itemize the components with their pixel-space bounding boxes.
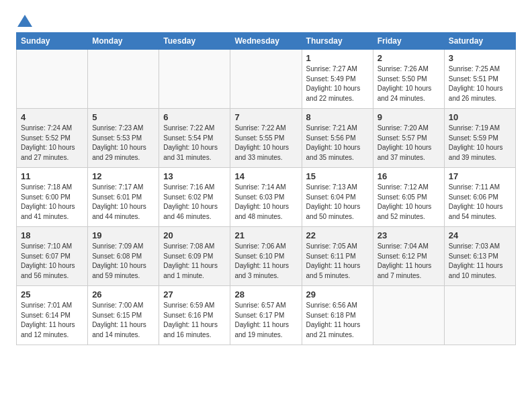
calendar-cell: 15Sunrise: 7:13 AM Sunset: 6:04 PM Dayli… bbox=[302, 168, 373, 227]
day-number: 3 bbox=[449, 53, 511, 63]
calendar-cell: 23Sunrise: 7:04 AM Sunset: 6:12 PM Dayli… bbox=[373, 227, 444, 286]
day-info: Sunrise: 6:56 AM Sunset: 6:18 PM Dayligh… bbox=[306, 301, 369, 340]
day-number: 11 bbox=[21, 171, 83, 181]
day-number: 2 bbox=[378, 53, 440, 63]
day-info: Sunrise: 7:01 AM Sunset: 6:14 PM Dayligh… bbox=[21, 301, 83, 340]
calendar-cell bbox=[17, 50, 88, 109]
day-info: Sunrise: 7:24 AM Sunset: 5:52 PM Dayligh… bbox=[21, 124, 83, 163]
day-number: 17 bbox=[449, 171, 511, 181]
day-number: 23 bbox=[378, 230, 440, 240]
svg-marker-0 bbox=[17, 15, 32, 27]
day-number: 25 bbox=[21, 289, 83, 300]
day-number: 27 bbox=[163, 289, 226, 300]
day-info: Sunrise: 7:25 AM Sunset: 5:51 PM Dayligh… bbox=[449, 64, 511, 103]
calendar-cell: 8Sunrise: 7:21 AM Sunset: 5:56 PM Daylig… bbox=[302, 109, 373, 168]
calendar-cell: 29Sunrise: 6:56 AM Sunset: 6:18 PM Dayli… bbox=[302, 286, 373, 345]
day-number: 14 bbox=[234, 171, 297, 181]
day-info: Sunrise: 7:00 AM Sunset: 6:15 PM Dayligh… bbox=[92, 301, 154, 340]
day-number: 10 bbox=[449, 112, 511, 122]
day-info: Sunrise: 7:04 AM Sunset: 6:12 PM Dayligh… bbox=[378, 242, 440, 281]
calendar-cell: 16Sunrise: 7:12 AM Sunset: 6:05 PM Dayli… bbox=[373, 168, 444, 227]
calendar-cell bbox=[373, 286, 444, 345]
day-info: Sunrise: 7:14 AM Sunset: 6:03 PM Dayligh… bbox=[234, 183, 297, 222]
day-number: 7 bbox=[234, 112, 297, 122]
day-number: 19 bbox=[92, 230, 154, 240]
day-info: Sunrise: 7:11 AM Sunset: 6:06 PM Dayligh… bbox=[449, 183, 511, 222]
day-number: 26 bbox=[92, 289, 154, 300]
calendar-table: SundayMondayTuesdayWednesdayThursdayFrid… bbox=[16, 32, 516, 345]
day-info: Sunrise: 7:05 AM Sunset: 6:11 PM Dayligh… bbox=[306, 242, 369, 281]
day-info: Sunrise: 7:10 AM Sunset: 6:07 PM Dayligh… bbox=[21, 242, 83, 281]
calendar-cell: 18Sunrise: 7:10 AM Sunset: 6:07 PM Dayli… bbox=[17, 227, 88, 286]
day-info: Sunrise: 6:57 AM Sunset: 6:17 PM Dayligh… bbox=[234, 301, 297, 340]
day-info: Sunrise: 7:20 AM Sunset: 5:57 PM Dayligh… bbox=[378, 124, 440, 163]
calendar-cell: 27Sunrise: 6:59 AM Sunset: 6:16 PM Dayli… bbox=[159, 286, 230, 345]
calendar-cell: 13Sunrise: 7:16 AM Sunset: 6:02 PM Dayli… bbox=[159, 168, 230, 227]
day-info: Sunrise: 7:23 AM Sunset: 5:53 PM Dayligh… bbox=[92, 124, 154, 163]
calendar-cell: 25Sunrise: 7:01 AM Sunset: 6:14 PM Dayli… bbox=[17, 286, 88, 345]
col-header-saturday: Saturday bbox=[444, 33, 515, 50]
day-number: 12 bbox=[92, 171, 154, 181]
calendar-cell: 5Sunrise: 7:23 AM Sunset: 5:53 PM Daylig… bbox=[88, 109, 159, 168]
day-number: 20 bbox=[163, 230, 226, 240]
day-info: Sunrise: 7:22 AM Sunset: 5:55 PM Dayligh… bbox=[234, 124, 297, 163]
day-number: 13 bbox=[163, 171, 226, 181]
page-header bbox=[16, 13, 516, 27]
day-info: Sunrise: 7:13 AM Sunset: 6:04 PM Dayligh… bbox=[306, 183, 369, 222]
logo bbox=[16, 16, 32, 27]
day-number: 9 bbox=[378, 112, 440, 122]
day-number: 1 bbox=[306, 53, 369, 63]
day-info: Sunrise: 7:22 AM Sunset: 5:54 PM Dayligh… bbox=[163, 124, 226, 163]
day-number: 21 bbox=[234, 230, 297, 240]
calendar-cell: 11Sunrise: 7:18 AM Sunset: 6:00 PM Dayli… bbox=[17, 168, 88, 227]
calendar-cell bbox=[444, 286, 515, 345]
day-info: Sunrise: 7:12 AM Sunset: 6:05 PM Dayligh… bbox=[378, 183, 440, 222]
day-info: Sunrise: 7:08 AM Sunset: 6:09 PM Dayligh… bbox=[163, 242, 226, 281]
calendar-cell: 21Sunrise: 7:06 AM Sunset: 6:10 PM Dayli… bbox=[230, 227, 302, 286]
calendar-cell: 24Sunrise: 7:03 AM Sunset: 6:13 PM Dayli… bbox=[444, 227, 515, 286]
logo-icon bbox=[17, 15, 32, 27]
header-row: SundayMondayTuesdayWednesdayThursdayFrid… bbox=[17, 33, 516, 50]
day-number: 18 bbox=[21, 230, 83, 240]
calendar-cell: 19Sunrise: 7:09 AM Sunset: 6:08 PM Dayli… bbox=[88, 227, 159, 286]
day-number: 28 bbox=[234, 289, 297, 300]
calendar-cell: 7Sunrise: 7:22 AM Sunset: 5:55 PM Daylig… bbox=[230, 109, 302, 168]
col-header-wednesday: Wednesday bbox=[230, 33, 302, 50]
col-header-sunday: Sunday bbox=[17, 33, 88, 50]
calendar-cell: 9Sunrise: 7:20 AM Sunset: 5:57 PM Daylig… bbox=[373, 109, 444, 168]
calendar-cell: 28Sunrise: 6:57 AM Sunset: 6:17 PM Dayli… bbox=[230, 286, 302, 345]
day-info: Sunrise: 7:09 AM Sunset: 6:08 PM Dayligh… bbox=[92, 242, 154, 281]
calendar-cell: 20Sunrise: 7:08 AM Sunset: 6:09 PM Dayli… bbox=[159, 227, 230, 286]
day-info: Sunrise: 6:59 AM Sunset: 6:16 PM Dayligh… bbox=[163, 301, 226, 340]
day-number: 22 bbox=[306, 230, 369, 240]
col-header-monday: Monday bbox=[88, 33, 159, 50]
col-header-friday: Friday bbox=[373, 33, 444, 50]
calendar-cell: 22Sunrise: 7:05 AM Sunset: 6:11 PM Dayli… bbox=[302, 227, 373, 286]
calendar-cell: 10Sunrise: 7:19 AM Sunset: 5:59 PM Dayli… bbox=[444, 109, 515, 168]
calendar-cell: 26Sunrise: 7:00 AM Sunset: 6:15 PM Dayli… bbox=[88, 286, 159, 345]
calendar-cell bbox=[159, 50, 230, 109]
calendar-cell: 12Sunrise: 7:17 AM Sunset: 6:01 PM Dayli… bbox=[88, 168, 159, 227]
calendar-cell bbox=[88, 50, 159, 109]
day-number: 5 bbox=[92, 112, 154, 122]
calendar-cell: 2Sunrise: 7:26 AM Sunset: 5:50 PM Daylig… bbox=[373, 50, 444, 109]
calendar-cell: 14Sunrise: 7:14 AM Sunset: 6:03 PM Dayli… bbox=[230, 168, 302, 227]
day-number: 16 bbox=[378, 171, 440, 181]
day-info: Sunrise: 7:19 AM Sunset: 5:59 PM Dayligh… bbox=[449, 124, 511, 163]
calendar-cell: 17Sunrise: 7:11 AM Sunset: 6:06 PM Dayli… bbox=[444, 168, 515, 227]
day-number: 15 bbox=[306, 171, 369, 181]
day-info: Sunrise: 7:03 AM Sunset: 6:13 PM Dayligh… bbox=[449, 242, 511, 281]
day-info: Sunrise: 7:26 AM Sunset: 5:50 PM Dayligh… bbox=[378, 64, 440, 103]
day-info: Sunrise: 7:27 AM Sunset: 5:49 PM Dayligh… bbox=[306, 64, 369, 103]
day-info: Sunrise: 7:06 AM Sunset: 6:10 PM Dayligh… bbox=[234, 242, 297, 281]
calendar-cell: 6Sunrise: 7:22 AM Sunset: 5:54 PM Daylig… bbox=[159, 109, 230, 168]
day-info: Sunrise: 7:18 AM Sunset: 6:00 PM Dayligh… bbox=[21, 183, 83, 222]
calendar-cell bbox=[230, 50, 302, 109]
col-header-tuesday: Tuesday bbox=[159, 33, 230, 50]
calendar-cell: 1Sunrise: 7:27 AM Sunset: 5:49 PM Daylig… bbox=[302, 50, 373, 109]
calendar-cell: 4Sunrise: 7:24 AM Sunset: 5:52 PM Daylig… bbox=[17, 109, 88, 168]
calendar-cell: 3Sunrise: 7:25 AM Sunset: 5:51 PM Daylig… bbox=[444, 50, 515, 109]
day-info: Sunrise: 7:17 AM Sunset: 6:01 PM Dayligh… bbox=[92, 183, 154, 222]
day-number: 29 bbox=[306, 289, 369, 300]
day-number: 24 bbox=[449, 230, 511, 240]
